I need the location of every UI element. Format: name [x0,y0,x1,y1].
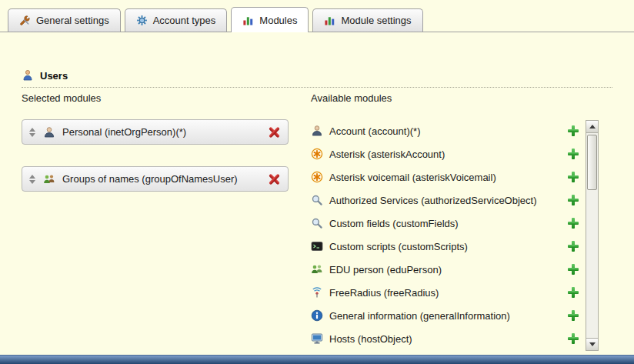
scrollbar-thumb[interactable] [587,135,597,190]
group-icon [43,173,55,185]
users-section-header: Users [22,69,612,88]
add-module-button[interactable] [567,217,579,229]
info-icon [311,309,323,322]
available-modules-panel: Available modules Account (account)(*) A… [311,92,599,350]
add-module-button[interactable] [567,263,579,276]
add-module-button[interactable] [567,148,579,160]
scrollbar[interactable] [586,120,599,351]
footer-bar [0,355,634,364]
selected-modules-heading: Selected modules [22,92,291,104]
available-module-row: Account (account)(*) [311,119,579,142]
module-label: Account (account)(*) [329,125,561,137]
add-module-button[interactable] [567,171,579,183]
page-title: Users [40,70,68,82]
available-module-row: Custom fields (customFields) [311,212,579,235]
remove-module-button[interactable] [269,173,280,185]
add-module-button[interactable] [567,240,579,252]
modules-icon [242,15,254,26]
add-module-button[interactable] [567,125,579,137]
sort-handle-icon[interactable] [28,175,36,184]
tab-account-types[interactable]: Account types [125,8,228,32]
available-module-row: General information (generalInformation) [311,304,579,327]
available-modules-heading: Available modules [311,92,599,104]
module-label: FreeRadius (freeRadius) [329,287,561,299]
antenna-icon [311,286,323,299]
asterisk-icon [311,171,323,183]
users-icon [22,69,34,82]
available-module-row: Hosts (hostObject) [311,327,579,350]
module-label: Groups of names (groupOfNamesUser) [62,173,262,185]
available-module-row: EDU person (eduPerson) [311,258,579,281]
module-settings-icon [324,15,335,26]
arrow-down-icon [589,342,596,346]
add-module-button[interactable] [567,309,579,322]
user-icon [311,125,323,137]
available-module-row: Asterisk voicemail (asteriskVoicemail) [311,165,579,189]
tools-icon [19,15,31,26]
available-module-row: Authorized Services (authorizedServiceOb… [311,189,579,212]
module-label: Asterisk (asteriskAccount) [329,149,561,160]
computer-icon [311,332,323,345]
add-module-button[interactable] [567,194,579,206]
tab-module-settings[interactable]: Module settings [312,8,422,32]
module-label: General information (generalInformation) [329,310,561,322]
scroll-up-button[interactable] [586,121,598,133]
available-module-row: Asterisk (asteriskAccount) [311,142,579,165]
user-icon [43,126,55,139]
tab-label: Account types [153,15,216,26]
module-label: Custom fields (customFields) [329,218,561,229]
scroll-down-button[interactable] [586,338,598,350]
available-module-row: Custom scripts (customScripts) [311,235,579,258]
module-label: EDU person (eduPerson) [329,264,561,276]
magnifier-icon [311,217,323,229]
module-label: Asterisk voicemail (asteriskVoicemail) [329,172,561,183]
add-module-button[interactable] [567,286,579,299]
gear-icon [136,15,148,26]
tab-label: General settings [36,15,109,26]
add-module-button[interactable] [567,332,579,345]
selected-modules-panel: Selected modules Personal (inetOrgPerson… [22,92,291,213]
arrow-up-icon [589,125,596,129]
tab-general-settings[interactable]: General settings [8,8,121,32]
selected-module-row: Personal (inetOrgPerson)(*) [22,119,289,145]
tab-bar: General settings Account types Modules M… [0,0,634,32]
module-label: Hosts (hostObject) [329,333,561,345]
edu-person-icon [311,263,323,276]
module-label: Personal (inetOrgPerson)(*) [62,126,262,138]
module-label: Custom scripts (customScripts) [329,241,561,252]
sort-handle-icon[interactable] [28,128,36,137]
tab-label: Modules [259,15,297,26]
module-label: Authorized Services (authorizedServiceOb… [329,195,561,206]
terminal-icon [311,240,323,252]
tab-label: Module settings [341,15,411,26]
selected-module-row: Groups of names (groupOfNamesUser) [22,166,289,192]
remove-module-button[interactable] [269,126,280,138]
magnifier-icon [311,194,323,206]
tab-modules[interactable]: Modules [231,7,309,32]
available-module-row: FreeRadius (freeRadius) [311,281,579,304]
available-modules-list: Account (account)(*) Asterisk (asteriskA… [311,119,579,350]
asterisk-icon [311,148,323,160]
